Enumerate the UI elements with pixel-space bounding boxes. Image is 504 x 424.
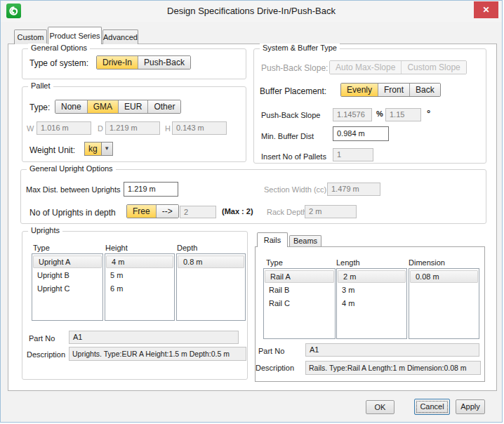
option-free[interactable]: Free xyxy=(127,205,156,218)
uprights-description-field: Uprights. Type:EUR A Height:1.5 m Depth:… xyxy=(69,347,246,361)
type-of-system-segmented: Drive-In Push-Back xyxy=(96,55,191,69)
max-dist-input[interactable]: 1.219 m xyxy=(124,182,178,197)
max-note: (Max : 2) xyxy=(222,207,253,216)
title-bar: Design Specifications Drive-In/Push-Back… xyxy=(1,1,502,22)
section-width-field: 1.479 m xyxy=(327,183,380,196)
uprights-height-list[interactable]: 4 m 5 m 6 m xyxy=(105,253,175,321)
rack-depth-field: 2 m xyxy=(305,205,357,218)
option-back[interactable]: Back xyxy=(409,84,440,96)
weight-unit-dropdown[interactable]: kg ▼ xyxy=(84,142,113,156)
list-item[interactable]: 2 m xyxy=(338,270,406,283)
list-item[interactable]: 0.08 m xyxy=(410,270,478,283)
rails-beams-control: Rails Beams Type Length Dimension Rail A… xyxy=(253,232,486,383)
list-item[interactable]: Upright C xyxy=(32,282,102,296)
weight-unit-label: Weight Unit: xyxy=(29,145,75,155)
group-pallet: Pallet Type: None GMA EUR Other W 1.016 … xyxy=(22,86,246,162)
list-item[interactable]: 4 m xyxy=(337,297,406,310)
rails-type-list[interactable]: Rail A Rail B Rail C xyxy=(263,268,336,339)
group-system-buffer: System & Buffer Type Push-Back Slope: Au… xyxy=(253,48,486,164)
list-item[interactable]: 5 m xyxy=(105,269,174,282)
option-custom-slope: Custom Slope xyxy=(401,61,465,74)
list-item[interactable]: 6 m xyxy=(105,282,174,296)
no-uprights-field: 2 xyxy=(180,206,216,218)
uprights-part-no-field: A1 xyxy=(69,331,239,344)
tab-product-series[interactable]: Product Series xyxy=(48,27,102,44)
no-uprights-label: No of Uprights in depth xyxy=(29,208,116,218)
option-front[interactable]: Front xyxy=(378,84,409,96)
part-no-label: Part No xyxy=(258,347,284,355)
min-buffer-input[interactable]: 0.984 m xyxy=(333,126,389,141)
pallet-depth-field: 1.219 m xyxy=(105,121,160,135)
ok-button[interactable]: OK xyxy=(366,400,394,414)
tab-rails[interactable]: Rails xyxy=(257,232,288,247)
min-buffer-label: Min. Buffer Dist xyxy=(261,132,314,140)
group-title: General Upright Options xyxy=(27,164,116,173)
insert-pallets-field: 1 xyxy=(333,148,373,161)
option-evenly[interactable]: Evenly xyxy=(341,84,378,96)
list-item[interactable]: Upright B xyxy=(32,269,102,282)
group-title: Uprights xyxy=(28,226,62,234)
height-label: H xyxy=(165,124,171,133)
section-width-label: Section Width (cc) xyxy=(264,185,326,194)
option-drive-in[interactable]: Drive-In xyxy=(97,56,138,69)
column-header-dimension: Dimension xyxy=(409,258,445,267)
buffer-placement-segmented: Evenly Front Back xyxy=(340,83,441,97)
group-title: Pallet xyxy=(28,81,53,90)
pallet-width-field: 1.016 m xyxy=(37,121,91,135)
rails-length-list[interactable]: 2 m 3 m 4 m xyxy=(336,268,407,339)
list-item[interactable]: Rail C xyxy=(264,297,335,310)
slope-percent-field: 1.14576 xyxy=(333,108,372,121)
group-uprights: Uprights Type Height Depth Upright A Upr… xyxy=(22,231,248,380)
option-push-back[interactable]: Push-Back xyxy=(138,56,190,69)
width-label: W xyxy=(27,124,34,133)
list-item[interactable]: Rail A xyxy=(265,270,334,283)
chevron-down-icon[interactable]: ▼ xyxy=(102,142,113,156)
column-header-type: Type xyxy=(33,244,50,252)
rack-depth-label: Rack Depth xyxy=(267,208,307,216)
percent-sign: % xyxy=(376,110,383,118)
list-item[interactable]: Rail B xyxy=(264,284,335,297)
pallet-type-label: Type: xyxy=(29,102,50,112)
uprights-type-list[interactable]: Upright A Upright B Upright C xyxy=(32,253,103,321)
rails-dimension-list[interactable]: 0.08 m xyxy=(409,268,479,339)
dialog-window: Design Specifications Drive-In/Push-Back… xyxy=(0,0,503,423)
slope-degrees-field: 1.15 xyxy=(385,108,421,121)
push-back-slope-toggle-label: Push-Back Slope: xyxy=(261,63,328,73)
option-arrow[interactable]: --> xyxy=(156,205,178,218)
buffer-placement-label: Buffer Placement: xyxy=(260,86,326,96)
group-title: System & Buffer Type xyxy=(260,44,340,52)
cancel-button[interactable]: Cancel xyxy=(414,399,450,415)
option-other[interactable]: Other xyxy=(147,100,180,113)
option-eur[interactable]: EUR xyxy=(118,100,147,113)
group-title: General Options xyxy=(28,44,90,52)
option-none[interactable]: None xyxy=(55,100,87,113)
option-auto-max-slope: Auto Max-Slope xyxy=(330,61,401,74)
insert-pallets-label: Insert No of Pallets xyxy=(261,152,326,161)
max-dist-label: Max Dist. between Uprights xyxy=(26,185,121,194)
slope-mode-segmented: Auto Max-Slope Custom Slope xyxy=(329,60,467,74)
option-gma[interactable]: GMA xyxy=(87,100,118,113)
tab-advanced[interactable]: Advanced xyxy=(102,29,138,44)
column-header-type: Type xyxy=(266,258,283,267)
description-label: Description xyxy=(256,364,294,372)
list-item[interactable]: 0.8 m xyxy=(178,256,244,268)
column-header-depth: Depth xyxy=(177,244,197,252)
pallet-height-field: 0.143 m xyxy=(172,121,227,135)
group-general-upright: General Upright Options Max Dist. betwee… xyxy=(20,169,486,224)
tab-custom[interactable]: Custom xyxy=(14,29,47,44)
list-item[interactable]: 3 m xyxy=(337,284,406,297)
list-item[interactable]: Upright A xyxy=(33,256,102,268)
part-no-label: Part No xyxy=(29,334,55,343)
push-back-slope-label: Push-Back Slope xyxy=(261,111,320,119)
degree-sign: ° xyxy=(427,108,430,119)
uprights-depth-list[interactable]: 0.8 m xyxy=(176,253,246,321)
depth-label: D xyxy=(98,124,103,133)
apply-button[interactable]: Apply xyxy=(456,399,485,414)
tab-beams[interactable]: Beams xyxy=(289,235,321,246)
group-general-options: General Options Type of system: Drive-In… xyxy=(22,48,246,79)
rails-part-no-field: A1 xyxy=(305,343,479,357)
type-of-system-label: Type of system: xyxy=(29,58,88,68)
close-button[interactable]: ✕ xyxy=(474,1,498,18)
weight-unit-value: kg xyxy=(84,142,102,156)
list-item[interactable]: 4 m xyxy=(106,256,173,268)
